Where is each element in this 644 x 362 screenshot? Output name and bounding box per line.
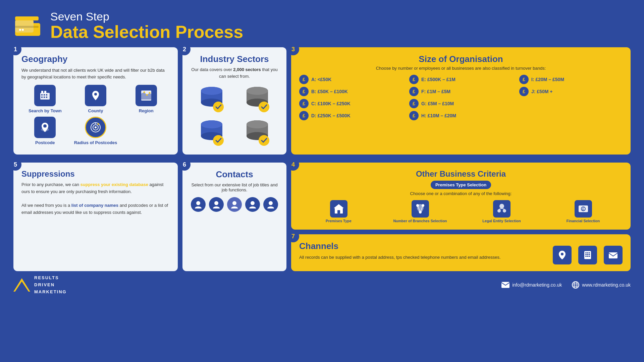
svg-point-34 <box>247 87 268 95</box>
step5-title: Suppressions <box>21 169 170 179</box>
step6-body: Select from our extensive list of job ti… <box>191 182 278 192</box>
globe-icon <box>572 281 579 289</box>
legal-entity-icon <box>496 203 508 215</box>
contact-avatar-2 <box>209 197 224 212</box>
pound-icon-f: £ <box>409 87 419 96</box>
geo-search-by-town: Search by Town <box>21 85 69 113</box>
pound-icon-e: £ <box>409 75 419 84</box>
svg-rect-69 <box>585 252 587 253</box>
database-icon-3 <box>197 118 227 148</box>
svg-point-30 <box>213 102 224 112</box>
contact-avatar-1 <box>191 197 206 212</box>
postcode-icon <box>39 121 51 133</box>
contact-avatar-3 <box>227 197 242 212</box>
svg-point-49 <box>251 201 255 205</box>
step2-bold: 2,000 sectors <box>233 67 261 72</box>
svg-rect-76 <box>587 256 588 257</box>
size-band-j: £ J: £50M + <box>519 87 623 96</box>
svg-rect-77 <box>589 256 590 257</box>
step5-link2: list of company names <box>71 203 118 208</box>
size-band-a: £ A: <£50K <box>299 75 402 84</box>
geo-county: County <box>72 85 119 113</box>
svg-rect-2 <box>15 16 39 20</box>
step3-badge: 3 <box>287 43 299 55</box>
database-icon-1 <box>197 84 227 114</box>
svg-rect-3 <box>15 26 39 28</box>
size-band-i-label: I: £20M – £50M <box>531 77 564 82</box>
step1-title: Geography <box>21 54 170 64</box>
step4-premises-badge: Premises Type Selection <box>431 181 491 189</box>
legal-entity-icon-box <box>493 200 511 218</box>
svg-rect-75 <box>585 256 587 257</box>
svg-point-5 <box>22 29 24 31</box>
step7-badge: 7 <box>287 230 299 242</box>
radius-icon <box>90 121 102 133</box>
svg-rect-11 <box>46 94 47 96</box>
radius-icon-box <box>85 117 106 138</box>
footer-logo: RESULTS DRIVEN MARKETING <box>13 275 67 295</box>
region-label: Region <box>139 108 154 113</box>
svg-rect-6 <box>40 93 50 100</box>
svg-point-39 <box>201 120 222 128</box>
svg-rect-72 <box>585 254 587 255</box>
obc-premises-type: Premises Type <box>299 200 378 223</box>
premises-type-icon <box>333 203 345 215</box>
database-icon-2 <box>242 84 272 114</box>
header-text: Seven Step Data Selection Process <box>50 10 243 41</box>
size-band-b-label: B: £50K – £100K <box>311 89 348 94</box>
pound-icon-h: £ <box>409 111 419 120</box>
rdm-logo-icon <box>13 278 30 292</box>
pound-icon-c: £ <box>299 99 309 108</box>
postcode-icon-box <box>34 117 56 138</box>
size-band-g-label: G: £5M – £10M <box>421 101 454 106</box>
svg-point-4 <box>19 29 21 31</box>
db-icon-2 <box>236 84 278 114</box>
contact-avatar-5 <box>263 197 278 212</box>
step5-card: 5 Suppressions Prior to any purchase, we… <box>13 163 178 271</box>
header-title: Data Selection Process <box>50 23 243 41</box>
svg-marker-52 <box>334 204 344 208</box>
step3-card: 3 Size of Organisation Choose by number … <box>291 47 631 155</box>
database-icon-4 <box>242 118 272 148</box>
size-band-a-label: A: <£50K <box>311 77 331 82</box>
financial-icon-box: £ <box>575 200 592 218</box>
legal-entity-label: Legal Entity Selection <box>482 219 521 223</box>
step3-title: Size of Organisation <box>299 54 623 64</box>
svg-point-60 <box>497 209 501 213</box>
region-icon <box>140 89 152 102</box>
svg-rect-70 <box>587 252 588 253</box>
obc-branches: Number of Branches Selection <box>381 200 460 223</box>
region-icon-box <box>136 85 157 106</box>
svg-point-47 <box>214 201 218 205</box>
size-band-c: £ C: £100K – £250K <box>299 99 402 108</box>
step1-body: We understand that not all clients work … <box>21 67 170 80</box>
postcode-label: Postcode <box>35 140 55 145</box>
channel-location-icon <box>557 250 568 260</box>
step5-body3-start: All we need from you is a <box>21 203 71 208</box>
size-band-empty-1 <box>519 99 623 108</box>
svg-rect-78 <box>609 252 618 258</box>
pound-icon-a: £ <box>299 75 309 84</box>
svg-rect-73 <box>587 254 588 255</box>
channel-phone-icon <box>582 250 593 260</box>
obc-financial: £ Financial Selection <box>544 200 623 223</box>
county-label: County <box>88 108 103 113</box>
step7-card: 7 Channels All records can be supplied w… <box>291 234 631 271</box>
svg-point-67 <box>561 253 564 255</box>
svg-rect-9 <box>41 94 43 96</box>
step2-title: Industry Sectors <box>191 54 278 64</box>
svg-point-25 <box>97 123 99 125</box>
main-grid: 1 Geography We understand that not all c… <box>0 44 644 163</box>
footer-logo-text: RESULTS DRIVEN MARKETING <box>34 275 67 295</box>
svg-rect-12 <box>41 97 43 98</box>
geo-radius: Radius of Postcodes <box>72 117 119 145</box>
svg-point-50 <box>269 201 273 205</box>
county-icon <box>90 89 102 102</box>
step2-subtitle: Our data covers over 2,000 sectors that … <box>191 66 278 79</box>
channels-icons <box>553 246 623 264</box>
premises-type-icon-box <box>330 200 347 218</box>
svg-point-18 <box>146 94 148 96</box>
footer-email: info@rdmarketing.co.uk <box>501 282 562 288</box>
db-icon-4 <box>236 118 278 148</box>
step4-badge: 4 <box>287 159 299 171</box>
